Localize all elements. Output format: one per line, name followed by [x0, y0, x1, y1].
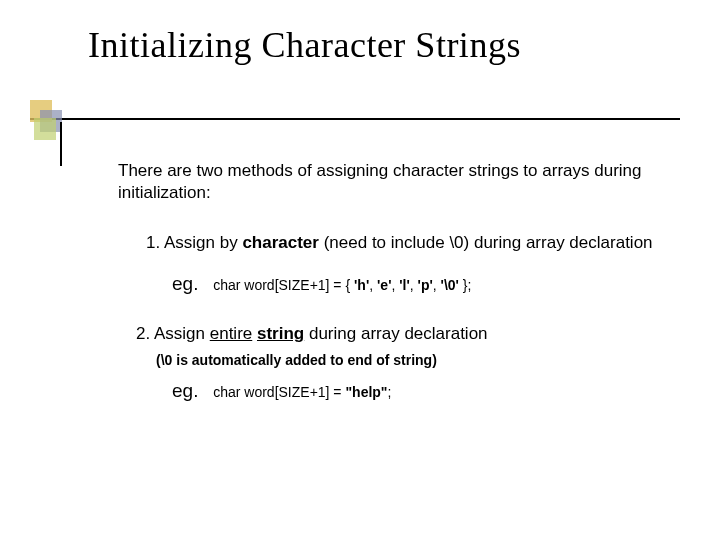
code2-str: "help": [345, 384, 387, 400]
body-content: There are two methods of assigning chara…: [118, 160, 658, 404]
item2-prefix: 2. Assign: [136, 324, 210, 343]
code2-tail: ;: [388, 384, 392, 400]
eg-label-1: eg.: [172, 272, 198, 297]
note-kw: \0: [161, 352, 173, 368]
item2-suffix: during array declaration: [304, 324, 487, 343]
note-line: (\0 is automatically added to end of str…: [156, 351, 658, 369]
accent-square-green: [34, 118, 56, 140]
code1-c2: 'e': [377, 277, 391, 293]
code2-lead: char word[SIZE+1] =: [213, 384, 345, 400]
example-2: eg. char word[SIZE+1] = "help";: [172, 379, 658, 404]
item2-kw2: string: [257, 324, 304, 343]
code1-c3: 'l': [399, 277, 410, 293]
slide-title: Initializing Character Strings: [88, 24, 680, 66]
code1-tail: };: [459, 277, 471, 293]
slide: Initializing Character Strings There are…: [0, 0, 720, 540]
sep: ,: [369, 277, 377, 293]
note-rest: is automatically added to end of string): [172, 352, 436, 368]
item2-kw1: entire: [210, 324, 253, 343]
code1-c4: 'p': [418, 277, 433, 293]
list-item-2: 2. Assign entire string during array dec…: [136, 323, 658, 345]
item1-suffix: (need to include \0) during array declar…: [319, 233, 653, 252]
code-2: char word[SIZE+1] = "help";: [213, 384, 391, 400]
horizontal-rule: [30, 118, 680, 120]
intro-text: There are two methods of assigning chara…: [118, 160, 658, 204]
code-1: char word[SIZE+1] = { 'h', 'e', 'l', 'p'…: [213, 277, 471, 293]
example-1: eg. char word[SIZE+1] = { 'h', 'e', 'l',…: [172, 272, 658, 297]
list-item-1: 1. Assign by character (need to include …: [146, 232, 658, 254]
title-block: Initializing Character Strings: [88, 24, 680, 66]
item1-prefix: 1. Assign by: [146, 233, 242, 252]
code1-c1: 'h': [354, 277, 369, 293]
eg-label-2: eg.: [172, 379, 198, 404]
sep: ,: [410, 277, 418, 293]
vertical-rule: [60, 122, 62, 166]
accent-squares: [30, 100, 74, 144]
sep: ,: [433, 277, 441, 293]
code1-lead: char word[SIZE+1] = {: [213, 277, 354, 293]
item1-keyword: character: [242, 233, 319, 252]
code1-c5: '\0': [441, 277, 459, 293]
